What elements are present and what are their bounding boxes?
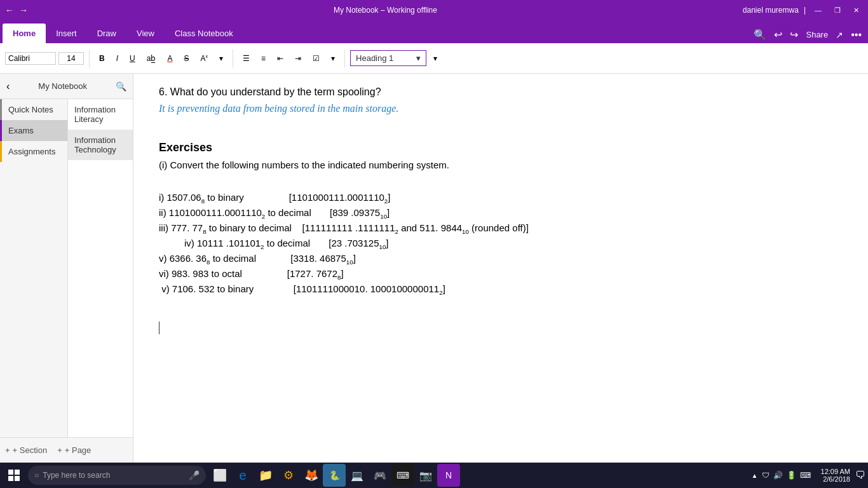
cortana-icon: ○: [34, 471, 39, 480]
bold-btn[interactable]: B: [95, 51, 109, 66]
game-icon[interactable]: 🎮: [369, 464, 391, 487]
title-bar: ← → My Notebook – Working offline daniel…: [0, 0, 868, 20]
minimize-btn[interactable]: —: [811, 5, 825, 15]
window-title: My Notebook – Working offline: [28, 6, 743, 15]
svg-rect-0: [8, 470, 13, 475]
redo-icon[interactable]: ↪: [790, 29, 798, 41]
keyboard-icon[interactable]: ⌨: [800, 471, 811, 480]
bullet-list-btn[interactable]: ☰: [238, 51, 254, 66]
up-arrow-icon[interactable]: ▲: [752, 472, 758, 479]
font-family-input[interactable]: [5, 52, 56, 65]
italic-btn[interactable]: I: [112, 51, 123, 66]
main-area: ‹ My Notebook 🔍 Quick Notes Exams Assign…: [0, 74, 868, 463]
add-section-btn[interactable]: + + Section: [5, 445, 47, 455]
microphone-icon: 🎤: [189, 470, 200, 480]
expand-icon[interactable]: ↗: [836, 30, 843, 40]
more-paragraph-btn[interactable]: ▾: [327, 51, 339, 66]
sidebar-pages-col: Information Literacy Information Technol…: [68, 99, 133, 437]
firefox-icon[interactable]: 🦊: [300, 464, 323, 487]
python-icon[interactable]: 🐍: [323, 464, 346, 487]
strikethrough-btn[interactable]: S: [179, 51, 193, 66]
svg-rect-2: [8, 476, 13, 481]
exercise-line-5: v) 6366. 368 to decimal [3318. 4687510]: [159, 253, 843, 266]
content-area[interactable]: 6. What do you understand by the term sp…: [133, 74, 868, 463]
toolbar: B I U ab̲ A S Ax ▾ ☰ ≡ ⇤ ⇥ ☑ ▾ Heading 1…: [0, 43, 868, 74]
font-color-btn[interactable]: A: [163, 51, 177, 66]
highlight-btn[interactable]: ab̲: [142, 51, 161, 66]
file-explorer-icon[interactable]: 📁: [254, 464, 277, 487]
search-icon[interactable]: 🔍: [754, 29, 766, 41]
tab-view[interactable]: View: [126, 24, 165, 43]
exercise-line-7: v) 7106. 532 to binary [1101111000010. 1…: [159, 283, 843, 296]
sidebar-page-information-technology[interactable]: Information Technology: [68, 130, 133, 160]
exercises-sub: (i) Convert the following numbers to the…: [159, 159, 843, 170]
taskbar-search-box[interactable]: ○ Type here to search 🎤: [28, 466, 206, 485]
exercise-line-6: vi) 983. 983 to octal [1727. 76728]: [159, 268, 843, 281]
onenote-icon[interactable]: N: [437, 464, 460, 487]
sys-tray: ▲ 🛡 🔊 🔋 ⌨: [747, 471, 816, 480]
question-6: 6. What do you understand by the term sp…: [159, 86, 843, 98]
sidebar-search-btn[interactable]: 🔍: [116, 81, 126, 92]
divider: |: [804, 6, 806, 15]
back-btn[interactable]: ←: [5, 5, 14, 15]
more-icon[interactable]: •••: [851, 29, 862, 41]
exercise-line-4: iv) 10111 .1011012 to decimal [23 .70312…: [159, 238, 843, 250]
close-btn[interactable]: ✕: [850, 5, 863, 16]
antivirus-icon[interactable]: 🛡: [762, 471, 770, 480]
tab-class-notebook[interactable]: Class Notebook: [165, 24, 243, 43]
window-controls-left: ← →: [5, 5, 28, 15]
ribbon-tabs: Home Insert Draw View Class Notebook 🔍 ↩…: [0, 20, 868, 43]
increase-indent-btn[interactable]: ⇥: [290, 51, 306, 66]
toolbar-sep-2: [233, 50, 233, 67]
sidebar-back-btn[interactable]: ‹: [6, 81, 10, 92]
sidebar-item-assignments[interactable]: Assignments: [0, 141, 67, 162]
tab-insert[interactable]: Insert: [46, 24, 87, 43]
battery-icon[interactable]: 🔋: [787, 471, 796, 480]
sidebar-item-quick-notes[interactable]: Quick Notes: [0, 99, 67, 120]
exercise-line-1: i) 1507.068 to binary [1101000111.000111…: [159, 192, 843, 205]
tab-home[interactable]: Home: [3, 24, 46, 43]
numbered-list-btn[interactable]: ≡: [257, 51, 270, 66]
add-page-btn[interactable]: + + Page: [57, 445, 91, 455]
edge-icon[interactable]: e: [231, 464, 254, 487]
start-btn[interactable]: [3, 464, 25, 487]
superscript-btn[interactable]: Ax: [196, 50, 212, 66]
toolbar-sep-1: [89, 50, 90, 67]
exercise-line-3: iii) 777. 778 to binary to decimal [1111…: [159, 222, 843, 235]
sidebar-columns: Quick Notes Exams Assignments Informatio…: [0, 99, 133, 437]
task-btn[interactable]: ☑: [308, 51, 324, 66]
sidebar-page-information-literacy[interactable]: Information Literacy: [68, 99, 133, 130]
answer-6: It is preventing data from being stored …: [159, 103, 843, 114]
sidebar-header: ‹ My Notebook 🔍: [0, 74, 133, 99]
sidebar-item-exams[interactable]: Exams: [0, 120, 67, 141]
ide-icon[interactable]: 💻: [346, 464, 369, 487]
notification-icon[interactable]: 🗨: [855, 470, 865, 481]
exercises-title: Exercises: [159, 141, 843, 154]
svg-rect-1: [15, 470, 20, 475]
clock[interactable]: 12:09 AM 2/6/2018: [821, 468, 850, 483]
terminal-icon[interactable]: ⌨: [391, 464, 414, 487]
sound-icon[interactable]: 🔊: [773, 471, 783, 480]
forward-btn[interactable]: →: [19, 5, 28, 15]
more-format-btn[interactable]: ▾: [215, 51, 227, 66]
search-placeholder: Type here to search: [43, 471, 110, 480]
cursor-blink: [159, 322, 159, 334]
undo-icon[interactable]: ↩: [774, 29, 782, 41]
font-size-input[interactable]: [58, 52, 84, 65]
time-display: 12:09 AM: [821, 468, 850, 475]
task-view-btn[interactable]: ⬜: [208, 464, 231, 487]
maximize-btn[interactable]: ❐: [831, 5, 844, 16]
style-more-btn[interactable]: ▾: [429, 51, 442, 66]
toolbar-sep-3: [344, 50, 345, 67]
style-select[interactable]: Heading 1 ▾: [350, 50, 426, 66]
settings-icon[interactable]: ⚙: [277, 464, 300, 487]
camera-icon[interactable]: 📷: [414, 464, 437, 487]
decrease-indent-btn[interactable]: ⇤: [273, 51, 288, 66]
date-display: 2/6/2018: [821, 475, 850, 483]
tab-draw[interactable]: Draw: [87, 24, 126, 43]
user-name: daniel muremwa: [743, 6, 799, 15]
notebook-title: My Notebook: [38, 81, 87, 91]
taskbar-right: ▲ 🛡 🔊 🔋 ⌨ 12:09 AM 2/6/2018 🗨: [747, 468, 865, 483]
share-btn[interactable]: Share: [806, 30, 828, 39]
underline-btn[interactable]: U: [125, 51, 140, 66]
